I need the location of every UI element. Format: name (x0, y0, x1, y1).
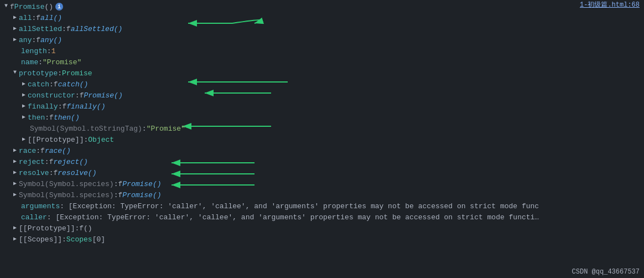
code-token: Promise() (84, 91, 122, 100)
code-token: : (75, 91, 80, 100)
code-token: : (47, 47, 51, 55)
expand-arrow[interactable] (13, 36, 17, 43)
code-token: f (54, 80, 58, 89)
code-token: [0] (92, 235, 105, 244)
code-token: Promise (14, 3, 45, 11)
line-12: Symbol(Symbol.toStringTag): "Promise" (0, 124, 644, 135)
code-token: : (32, 36, 36, 44)
code-token: f (62, 102, 66, 111)
expand-arrow[interactable] (13, 235, 17, 242)
lines-container: f Promise() iall: f all()allSettled: f a… (0, 2, 644, 246)
line-2: all: f all() (0, 13, 644, 24)
code-token: : (45, 114, 49, 122)
code-token: finally (28, 102, 58, 111)
code-token: : (36, 147, 40, 155)
code-token: resolve (19, 169, 49, 177)
code-token: Object (88, 136, 114, 144)
expand-arrow[interactable] (4, 3, 8, 9)
expand-arrow[interactable] (13, 69, 17, 75)
code-token: reject (19, 158, 45, 166)
expand-arrow[interactable] (22, 102, 25, 109)
line-18: Symbol(Symbol.species): f Promise() (0, 191, 644, 202)
code-token: Scopes (66, 235, 92, 244)
line-19: arguments: [Exception: TypeError: 'calle… (0, 202, 644, 213)
code-token: "Promise" (43, 58, 81, 66)
code-token: : (114, 191, 118, 199)
expand-arrow[interactable] (22, 80, 25, 87)
expand-arrow[interactable] (13, 224, 17, 231)
code-token: : (49, 80, 54, 89)
line-16: resolve: f resolve() (0, 168, 644, 179)
code-token: prototype (19, 69, 58, 78)
line-9: constructor: f Promise() (0, 91, 644, 102)
expand-arrow[interactable] (13, 180, 17, 187)
code-token: allSettled() (71, 25, 123, 33)
line-17: Symbol(Symbol.species): f Promise() (0, 179, 644, 191)
expand-arrow[interactable] (13, 25, 17, 32)
code-token: f (49, 158, 54, 166)
code-token: f (36, 14, 40, 22)
code-token: : (58, 69, 62, 78)
code-token: length (21, 47, 47, 55)
code-token: all (19, 14, 32, 22)
code-token: race (19, 147, 36, 155)
code-token: f (80, 91, 84, 100)
code-token: : [Exception: TypeError: 'caller', 'call… (47, 213, 539, 222)
code-token: all() (40, 14, 62, 22)
line-13: [[Prototype]]: Object (0, 135, 644, 146)
code-token: catch (28, 80, 49, 89)
code-token: : (38, 58, 43, 66)
code-token: : (62, 25, 66, 33)
code-token: [[Scopes]]: (19, 235, 66, 244)
code-token: [[Prototype]]: (19, 224, 79, 233)
code-token: any() (40, 36, 62, 44)
line-10: finally: f finally() (0, 102, 644, 113)
line-1: f Promise() i (0, 2, 644, 13)
code-token: [[Prototype]]: (28, 136, 88, 144)
code-token: arguments (21, 202, 60, 210)
code-token: then (28, 114, 45, 122)
expand-arrow[interactable] (22, 91, 25, 98)
code-token: f (49, 114, 54, 122)
expand-arrow[interactable] (22, 114, 25, 120)
line-6: name: "Promise" (0, 58, 644, 69)
code-token: : (49, 169, 54, 177)
code-token: f (118, 180, 122, 188)
code-token: f (66, 25, 71, 33)
code-token: () (44, 3, 53, 11)
expand-arrow[interactable] (13, 169, 17, 176)
code-token: resolve() (58, 169, 96, 177)
code-token: Promise() (122, 180, 161, 188)
line-22: [[Scopes]]: Scopes[0] (0, 235, 644, 246)
code-token: f (36, 36, 40, 44)
code-token: : (58, 102, 63, 111)
line-3: allSettled: f allSettled() (0, 24, 644, 35)
code-token: name (21, 58, 38, 66)
code-token: f (10, 3, 14, 11)
code-token: f (40, 147, 45, 155)
code-token: : [Exception: TypeError: 'caller', 'call… (60, 202, 539, 210)
code-token: : (114, 180, 118, 188)
line-7: prototype: Promise (0, 69, 644, 80)
watermark: CSDN @qq_43667537 (572, 268, 640, 276)
expand-arrow[interactable] (13, 14, 17, 20)
code-token: f (53, 169, 58, 177)
code-token: f (79, 224, 84, 233)
code-token: Promise (62, 69, 92, 78)
expand-arrow[interactable] (13, 158, 17, 164)
expand-arrow[interactable] (22, 136, 25, 142)
line-15: reject: f reject() (0, 157, 644, 168)
line-5: length: 1 (0, 47, 644, 58)
code-token: allSettled (19, 25, 62, 33)
code-token: caller (21, 213, 47, 222)
code-token: race() (45, 147, 71, 155)
line-21: [[Prototype]]: f () (0, 224, 644, 235)
expand-arrow[interactable] (13, 147, 17, 153)
code-token: Symbol(Symbol.species) (19, 180, 114, 188)
code-token: Promise() (122, 191, 161, 199)
code-token: 1 (51, 47, 56, 55)
expand-arrow[interactable] (13, 191, 17, 198)
code-token: : (32, 14, 36, 22)
code-token: f (118, 191, 122, 199)
info-icon: i (55, 3, 63, 11)
